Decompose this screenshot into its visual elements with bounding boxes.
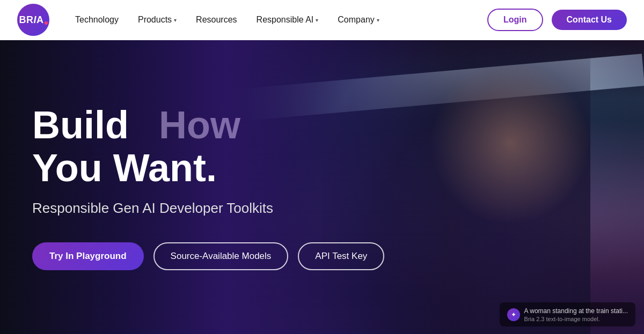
hero-content: Build How You Want. Responsible Gen AI D… [0,40,644,334]
navbar-left: BRIA Technology Products ▾ Resources Res… [17,4,379,36]
nav-link-responsible-ai[interactable]: Responsible AI ▾ [257,15,319,25]
hero-title-how: How [159,103,240,146]
hero-caption: ✦ A woman standing at the train stati...… [500,302,635,326]
nav-link-products[interactable]: Products ▾ [138,15,177,25]
caption-sub-text: Bria 2.3 text-to-image model. [524,316,628,322]
hero-title-line2: You Want. [32,147,612,189]
hero-title-build: Build [32,103,129,146]
api-test-key-button[interactable]: API Test Key [298,242,384,270]
nav-item-products[interactable]: Products ▾ [138,15,177,25]
source-models-button[interactable]: Source-Available Models [153,242,289,270]
try-playground-button[interactable]: Try In Playground [32,242,144,270]
caption-text-block: A woman standing at the train stati... B… [524,307,628,322]
caption-icon: ✦ [507,308,520,321]
hero-title: Build How You Want. [32,104,612,189]
logo[interactable]: BRIA [17,4,49,36]
chevron-down-icon-2: ▾ [316,17,318,23]
nav-item-company[interactable]: Company ▾ [338,15,379,25]
nav-links: Technology Products ▾ Resources Responsi… [75,15,379,25]
hero-subtitle: Responsible Gen AI Developer Toolkits [32,200,612,217]
chevron-down-icon-3: ▾ [377,17,379,23]
nav-link-company[interactable]: Company ▾ [338,15,379,25]
navbar-right: Login Contact Us [487,9,627,31]
nav-item-resources[interactable]: Resources [196,15,237,25]
logo-text: BRIA [19,14,47,26]
nav-item-responsible-ai[interactable]: Responsible AI ▾ [257,15,319,25]
hero-section: Build How You Want. Responsible Gen AI D… [0,40,644,334]
caption-main-text: A woman standing at the train stati... [524,307,628,316]
login-button[interactable]: Login [487,9,543,31]
contact-button[interactable]: Contact Us [552,10,627,30]
nav-link-technology[interactable]: Technology [75,15,119,25]
hero-buttons: Try In Playground Source-Available Model… [32,242,612,270]
hero-title-line1: Build How [32,104,612,146]
nav-item-technology[interactable]: Technology [75,15,119,25]
navbar: BRIA Technology Products ▾ Resources Res… [0,0,644,40]
chevron-down-icon: ▾ [174,17,177,23]
nav-link-resources[interactable]: Resources [196,15,237,25]
